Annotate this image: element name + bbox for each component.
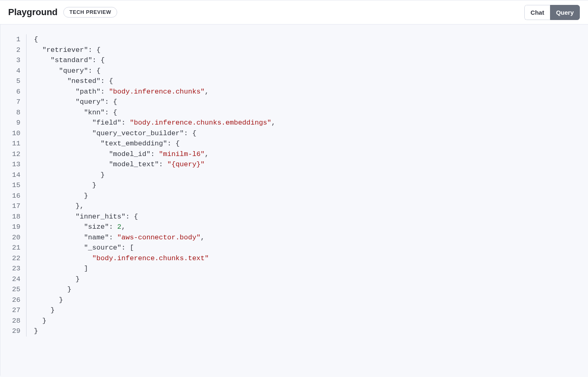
token-key: "size" xyxy=(84,223,109,231)
code-line[interactable]: "name": "aws-connector.body", xyxy=(34,232,276,243)
token-punc: { xyxy=(34,36,38,43)
code-line[interactable]: } xyxy=(34,305,276,316)
token-punc: } xyxy=(42,317,46,325)
token-key: "query" xyxy=(76,98,105,106)
line-number: 20 xyxy=(9,232,20,243)
view-toggle: Chat Query xyxy=(524,5,580,20)
line-number: 23 xyxy=(9,263,20,274)
token-punc: } xyxy=(67,286,71,293)
code-line[interactable]: } xyxy=(34,316,276,326)
code-line[interactable]: "standard": { xyxy=(34,55,276,66)
line-number: 29 xyxy=(9,326,20,337)
main-area: 1234567891011121314151617181920212223242… xyxy=(0,25,588,376)
line-number: 7 xyxy=(9,97,20,107)
token-punc: : { xyxy=(105,109,117,116)
token-punc: : xyxy=(151,150,159,158)
token-punc: } xyxy=(84,192,88,200)
token-key: "field" xyxy=(92,119,121,127)
line-number: 1 xyxy=(9,34,20,45)
line-number: 25 xyxy=(9,284,20,295)
code-line[interactable]: "query_vector_builder": { xyxy=(34,128,276,139)
token-punc: : { xyxy=(92,56,105,64)
code-line[interactable]: { xyxy=(34,34,276,45)
line-number: 2 xyxy=(9,45,20,56)
code-line[interactable]: "size": 2, xyxy=(34,222,276,232)
code-line[interactable]: } xyxy=(34,284,276,295)
line-number: 3 xyxy=(9,55,20,66)
line-number: 26 xyxy=(9,295,20,306)
code-line[interactable]: "path": "body.inference.chunks", xyxy=(34,87,276,97)
token-key: "model_text" xyxy=(109,161,159,168)
token-str: "{query}" xyxy=(167,161,205,168)
code-line[interactable]: } xyxy=(34,326,276,337)
token-str: "body.inference.chunks" xyxy=(109,88,205,96)
token-num: 2 xyxy=(117,223,121,231)
code-line[interactable]: "nested": { xyxy=(34,76,276,87)
token-punc: } xyxy=(59,296,63,304)
tech-preview-badge: TECH PREVIEW xyxy=(63,7,117,18)
code-line[interactable]: "model_id": "minilm-l6", xyxy=(34,149,276,160)
code-line[interactable]: "field": "body.inference.chunks.embeddin… xyxy=(34,118,276,128)
code-line[interactable]: "inner_hits": { xyxy=(34,212,276,222)
editor-code[interactable]: { "retriever": { "standard": { "query": … xyxy=(27,34,276,337)
code-line[interactable]: "body.inference.chunks.text" xyxy=(34,253,276,264)
token-str: "aws-connector.body" xyxy=(117,234,200,241)
token-key: "path" xyxy=(76,88,100,96)
token-key: "retriever" xyxy=(42,46,88,54)
token-key: "model_id" xyxy=(109,150,151,158)
token-punc: : xyxy=(121,119,129,127)
code-line[interactable]: "query": { xyxy=(34,66,276,76)
code-line[interactable]: "text_embedding": { xyxy=(34,138,276,149)
token-key: "inner_hits" xyxy=(76,213,125,221)
token-key: "nested" xyxy=(67,77,101,85)
code-line[interactable]: "knn": { xyxy=(34,107,276,118)
token-punc: : [ xyxy=(121,244,134,252)
token-key: "text_embedding" xyxy=(100,140,167,147)
topbar: Playground TECH PREVIEW Chat Query xyxy=(0,0,588,25)
code-line[interactable]: }, xyxy=(34,201,276,212)
code-line[interactable]: ] xyxy=(34,263,276,274)
line-number: 13 xyxy=(9,159,20,170)
code-line[interactable]: "model_text": "{query}" xyxy=(34,159,276,170)
code-line[interactable]: "query": { xyxy=(34,97,276,107)
line-number: 14 xyxy=(9,170,20,181)
code-line[interactable]: } xyxy=(34,191,276,201)
line-number: 8 xyxy=(9,107,20,118)
line-number: 6 xyxy=(9,87,20,97)
token-punc: : xyxy=(100,88,109,96)
token-punc: : { xyxy=(105,98,117,106)
token-punc: : { xyxy=(184,129,196,137)
code-line[interactable]: "_source": [ xyxy=(34,243,276,253)
line-number: 9 xyxy=(9,118,20,128)
token-punc: } xyxy=(92,181,96,189)
line-number: 11 xyxy=(9,138,20,149)
token-punc: : { xyxy=(88,67,101,75)
editor-gutter: 1234567891011121314151617181920212223242… xyxy=(9,34,27,337)
token-punc: }, xyxy=(76,202,84,210)
token-punc: } xyxy=(76,275,80,283)
token-punc: , xyxy=(200,234,205,241)
line-number: 21 xyxy=(9,243,20,253)
token-punc: } xyxy=(51,306,55,314)
code-line[interactable]: } xyxy=(34,180,276,191)
page-title: Playground xyxy=(8,7,58,18)
line-number: 12 xyxy=(9,149,20,160)
code-line[interactable]: } xyxy=(34,295,276,306)
code-line[interactable]: } xyxy=(34,274,276,285)
code-line[interactable]: } xyxy=(34,170,276,181)
line-number: 16 xyxy=(9,191,20,201)
token-punc: : { xyxy=(167,140,180,147)
token-key: "_source" xyxy=(84,244,121,252)
line-number: 28 xyxy=(9,316,20,326)
token-punc: , xyxy=(205,88,209,96)
query-editor[interactable]: 1234567891011121314151617181920212223242… xyxy=(9,34,580,337)
code-line[interactable]: "retriever": { xyxy=(34,45,276,56)
query-toggle-button[interactable]: Query xyxy=(550,5,580,20)
token-str: "body.inference.chunks.embeddings" xyxy=(130,119,272,127)
token-str: "body.inference.chunks.text" xyxy=(92,254,209,262)
token-punc: : { xyxy=(88,46,101,54)
chat-toggle-button[interactable]: Chat xyxy=(524,5,550,20)
token-punc: : xyxy=(109,234,117,241)
line-number: 15 xyxy=(9,180,20,191)
token-punc: , xyxy=(205,150,209,158)
